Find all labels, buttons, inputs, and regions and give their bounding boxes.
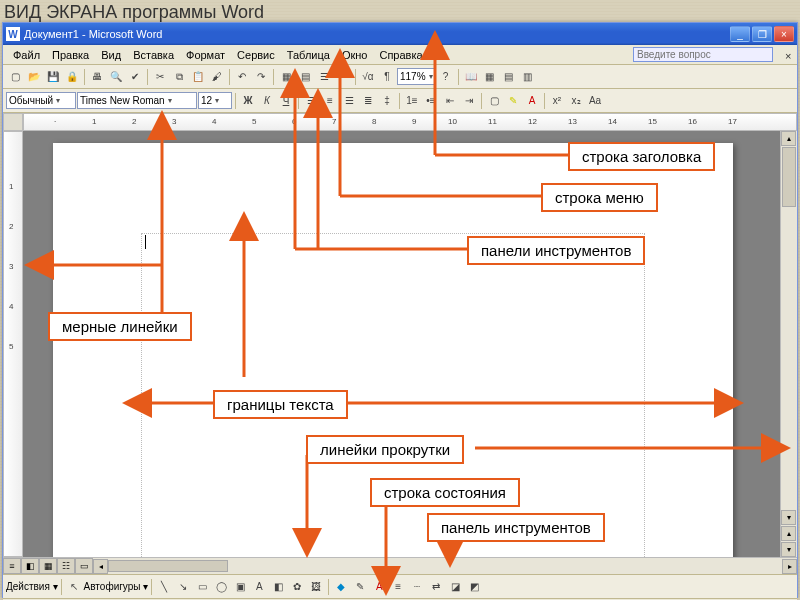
menu-insert[interactable]: Вставка xyxy=(127,47,180,63)
close-button[interactable]: × xyxy=(774,26,794,42)
ask-question-input[interactable] xyxy=(633,47,773,62)
underline-icon[interactable]: Ч xyxy=(277,92,295,110)
align-left-icon[interactable]: ☰ xyxy=(302,92,320,110)
vertical-ruler[interactable]: 1 2 3 4 5 xyxy=(3,131,23,557)
close-doc-button[interactable]: × xyxy=(779,48,793,62)
spellcheck-icon[interactable]: ✔ xyxy=(126,68,144,86)
scroll-left-icon[interactable]: ◂ xyxy=(93,559,108,574)
view-normal-icon[interactable]: ≡ xyxy=(3,558,21,574)
clipart-icon[interactable]: ✿ xyxy=(288,578,306,596)
line-color-icon[interactable]: ✎ xyxy=(351,578,369,596)
view-print-icon[interactable]: ▦ xyxy=(39,558,57,574)
arrow-icon[interactable]: ↘ xyxy=(174,578,192,596)
picture-icon[interactable]: 🖼 xyxy=(307,578,325,596)
menu-edit[interactable]: Правка xyxy=(46,47,95,63)
select-objects-icon[interactable]: ↖ xyxy=(65,578,83,596)
style-combo[interactable]: Обычный▾ xyxy=(6,92,76,109)
line-spacing-icon[interactable]: ‡ xyxy=(378,92,396,110)
view-outline-icon[interactable]: ☷ xyxy=(57,558,75,574)
horizontal-scrollbar[interactable]: ◂ ▸ xyxy=(93,558,797,574)
drawing-toolbar: Действия ▾ ↖ Автофигуры ▾ ╲ ↘ ▭ ◯ ▣ A ◧ … xyxy=(3,574,797,598)
change-case-icon[interactable]: Aa xyxy=(586,92,604,110)
new-doc-icon[interactable]: ▢ xyxy=(6,68,24,86)
arrow-style-icon[interactable]: ⇄ xyxy=(427,578,445,596)
font-combo[interactable]: Times New Roman▾ xyxy=(77,92,197,109)
borders2-icon[interactable]: ▤ xyxy=(500,68,518,86)
menu-file[interactable]: Файл xyxy=(7,47,46,63)
print-preview-icon[interactable]: 🔍 xyxy=(107,68,125,86)
columns-icon[interactable]: ☰ xyxy=(315,68,333,86)
drawing-toggle-icon[interactable]: ✏ xyxy=(334,68,352,86)
textbox-icon[interactable]: ▣ xyxy=(231,578,249,596)
justify-icon[interactable]: ≣ xyxy=(359,92,377,110)
menu-tools[interactable]: Сервис xyxy=(231,47,281,63)
align-right-icon[interactable]: ☰ xyxy=(340,92,358,110)
shadow-icon[interactable]: ◪ xyxy=(446,578,464,596)
indent-icon[interactable]: ⇥ xyxy=(460,92,478,110)
oval-icon[interactable]: ◯ xyxy=(212,578,230,596)
align-center-icon[interactable]: ≡ xyxy=(321,92,339,110)
rectangle-icon[interactable]: ▭ xyxy=(193,578,211,596)
redo-icon[interactable]: ↷ xyxy=(252,68,270,86)
vscroll-thumb[interactable] xyxy=(782,147,796,207)
borders1-icon[interactable]: ▦ xyxy=(481,68,499,86)
insert-table-icon[interactable]: ▦ xyxy=(277,68,295,86)
3d-icon[interactable]: ◩ xyxy=(465,578,483,596)
menu-window[interactable]: Окно xyxy=(336,47,374,63)
dash-style-icon[interactable]: ┈ xyxy=(408,578,426,596)
vertical-scrollbar[interactable]: ▴ ▾ ▴ ▾ xyxy=(780,131,797,557)
diagram-icon[interactable]: ◧ xyxy=(269,578,287,596)
equation-icon[interactable]: √α xyxy=(359,68,377,86)
subscript-icon[interactable]: x₂ xyxy=(567,92,585,110)
anno-text-bounds: границы текста xyxy=(213,390,348,419)
format-painter-icon[interactable]: 🖌 xyxy=(208,68,226,86)
superscript-icon[interactable]: x² xyxy=(548,92,566,110)
view-reading-icon[interactable]: ▭ xyxy=(75,558,93,574)
show-marks-icon[interactable]: ¶ xyxy=(378,68,396,86)
insert-excel-icon[interactable]: ▤ xyxy=(296,68,314,86)
help-icon[interactable]: ? xyxy=(437,68,455,86)
size-combo[interactable]: 12▾ xyxy=(198,92,232,109)
zoom-combo[interactable]: 117%▾ xyxy=(397,68,436,85)
fill-color-icon[interactable]: ◆ xyxy=(332,578,350,596)
minimize-button[interactable]: _ xyxy=(730,26,750,42)
scroll-right-icon[interactable]: ▸ xyxy=(782,559,797,574)
menu-format[interactable]: Формат xyxy=(180,47,231,63)
scroll-down-icon[interactable]: ▾ xyxy=(781,510,796,525)
highlight-icon[interactable]: ✎ xyxy=(504,92,522,110)
cut-icon[interactable]: ✂ xyxy=(151,68,169,86)
browse-next-icon[interactable]: ▾ xyxy=(781,542,796,557)
menu-table[interactable]: Таблица xyxy=(281,47,336,63)
numbered-list-icon[interactable]: 1≡ xyxy=(403,92,421,110)
autoshapes-menu[interactable]: Автофигуры ▾ xyxy=(84,581,149,592)
font-color2-icon[interactable]: A xyxy=(370,578,388,596)
browse-prev-icon[interactable]: ▴ xyxy=(781,526,796,541)
borders3-icon[interactable]: ▥ xyxy=(519,68,537,86)
scroll-up-icon[interactable]: ▴ xyxy=(781,131,796,146)
text-cursor xyxy=(145,235,146,249)
line-style-icon[interactable]: ≡ xyxy=(389,578,407,596)
hscroll-thumb[interactable] xyxy=(108,560,228,572)
wordart-icon[interactable]: A xyxy=(250,578,268,596)
line-icon[interactable]: ╲ xyxy=(155,578,173,596)
view-web-icon[interactable]: ◧ xyxy=(21,558,39,574)
italic-icon[interactable]: К xyxy=(258,92,276,110)
undo-icon[interactable]: ↶ xyxy=(233,68,251,86)
bulleted-list-icon[interactable]: •≡ xyxy=(422,92,440,110)
menu-help[interactable]: Справка xyxy=(373,47,428,63)
save-icon[interactable]: 💾 xyxy=(44,68,62,86)
copy-icon[interactable]: ⧉ xyxy=(170,68,188,86)
bold-icon[interactable]: Ж xyxy=(239,92,257,110)
print-icon[interactable]: 🖶 xyxy=(88,68,106,86)
menu-view[interactable]: Вид xyxy=(95,47,127,63)
paste-icon[interactable]: 📋 xyxy=(189,68,207,86)
drawing-actions-menu[interactable]: Действия ▾ xyxy=(6,581,58,592)
horizontal-ruler[interactable]: · 1 2 3 4 5 6 7 8 9 10 11 12 13 14 15 16… xyxy=(23,113,797,131)
outdent-icon[interactable]: ⇤ xyxy=(441,92,459,110)
outside-border-icon[interactable]: ▢ xyxy=(485,92,503,110)
restore-button[interactable]: ❐ xyxy=(752,26,772,42)
permissions-icon[interactable]: 🔒 xyxy=(63,68,81,86)
font-color-icon[interactable]: A xyxy=(523,92,541,110)
open-icon[interactable]: 📂 xyxy=(25,68,43,86)
read-icon[interactable]: 📖 xyxy=(462,68,480,86)
